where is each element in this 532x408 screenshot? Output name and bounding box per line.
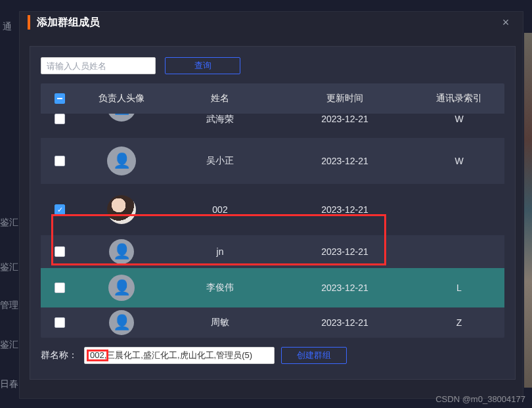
cell-updated: 2023-12-21 <box>276 156 414 166</box>
avatar: 👤 <box>109 310 134 335</box>
create-group-button[interactable]: 创建群组 <box>281 347 347 364</box>
cell-name: 李俊伟 <box>164 282 276 294</box>
accent-bar <box>28 15 30 30</box>
th-index: 通讯录索引 <box>414 93 504 104</box>
person-icon: 👤 <box>113 243 131 260</box>
avatar: 👤 <box>109 239 134 264</box>
bg-sidebar-3: 鉴汇 <box>0 261 18 273</box>
cell-updated: 2023-12-21 <box>276 317 414 328</box>
cell-name: jn <box>164 246 276 257</box>
avatar: 👤 <box>107 147 136 175</box>
row-checkbox[interactable] <box>55 317 65 328</box>
table-row[interactable]: 👤 周敏 2023-12-21 Z <box>41 307 504 338</box>
modal-title: 添加群组成员 <box>37 16 100 30</box>
table-row[interactable]: 👤 吴小正 2023-12-21 W <box>41 138 504 184</box>
group-name-input[interactable] <box>84 347 275 364</box>
add-group-member-modal: 添加群组成员 × 查询 负责人头像 姓名 更新时间 通讯录索引 👤 <box>19 11 523 399</box>
footer-row: 群名称： 创建群组 <box>41 347 504 364</box>
row-checkbox[interactable] <box>55 114 65 124</box>
modal-header: 添加群组成员 × <box>20 12 523 33</box>
table-header: 负责人头像 姓名 更新时间 通讯录索引 <box>41 83 504 114</box>
table-body[interactable]: 👤 武海荣 2023-12-21 W 👤 吴小正 2023-12-21 W <box>41 114 504 338</box>
th-avatar: 负责人头像 <box>79 93 164 104</box>
person-icon: 👤 <box>113 114 131 116</box>
cell-index: L <box>414 283 504 293</box>
cell-updated: 2023-12-21 <box>276 246 414 257</box>
close-icon[interactable]: × <box>499 16 512 29</box>
search-input[interactable] <box>41 57 156 74</box>
select-all-checkbox[interactable] <box>55 93 65 104</box>
person-icon: 👤 <box>113 314 131 331</box>
cell-updated: 2023-12-21 <box>276 283 414 293</box>
th-updated: 更新时间 <box>276 93 414 104</box>
cell-name: 吴小正 <box>164 155 276 167</box>
person-icon: 👤 <box>113 279 131 296</box>
avatar: 👤 <box>107 114 136 122</box>
person-icon: 👤 <box>113 152 131 170</box>
bg-sidebar-6: 日春 <box>0 378 18 390</box>
group-name-label: 群名称： <box>41 350 78 361</box>
avatar <box>107 195 136 224</box>
cell-name: 武海荣 <box>164 114 276 125</box>
background-strip <box>524 33 532 388</box>
th-name: 姓名 <box>164 93 276 104</box>
row-checkbox[interactable] <box>55 283 65 293</box>
cell-name: 002 <box>164 204 276 215</box>
cell-name: 周敏 <box>164 317 276 329</box>
cell-index: W <box>414 114 504 124</box>
query-button[interactable]: 查询 <box>165 57 240 74</box>
table-row[interactable]: 002 2023-12-21 <box>41 184 504 235</box>
row-checkbox[interactable] <box>55 156 65 166</box>
avatar: 👤 <box>108 275 135 301</box>
table-row[interactable]: 👤 jn 2023-12-21 <box>41 235 504 268</box>
cell-index: W <box>414 156 504 166</box>
bg-sidebar-5: 鉴汇 <box>0 339 18 351</box>
cell-updated: 2023-12-21 <box>276 204 414 215</box>
members-table: 负责人头像 姓名 更新时间 通讯录索引 👤 武海荣 2023-12-21 W 👤 <box>41 83 504 338</box>
modal-body: 查询 负责人头像 姓名 更新时间 通讯录索引 👤 武海荣 2023-12-21 <box>30 46 516 380</box>
table-row[interactable]: 👤 李俊伟 2023-12-21 L <box>41 268 504 307</box>
search-row: 查询 <box>41 57 504 74</box>
row-checkbox[interactable] <box>55 246 65 257</box>
cell-updated: 2023-12-21 <box>276 114 414 124</box>
table-row[interactable]: 👤 武海荣 2023-12-21 W <box>41 114 504 138</box>
cell-index: Z <box>414 317 504 328</box>
bg-sidebar-2: 鉴汇 <box>0 217 18 229</box>
bg-sidebar-1: 通 <box>3 21 12 33</box>
row-checkbox[interactable] <box>55 204 65 215</box>
bg-sidebar-4: 管理 <box>0 300 18 311</box>
